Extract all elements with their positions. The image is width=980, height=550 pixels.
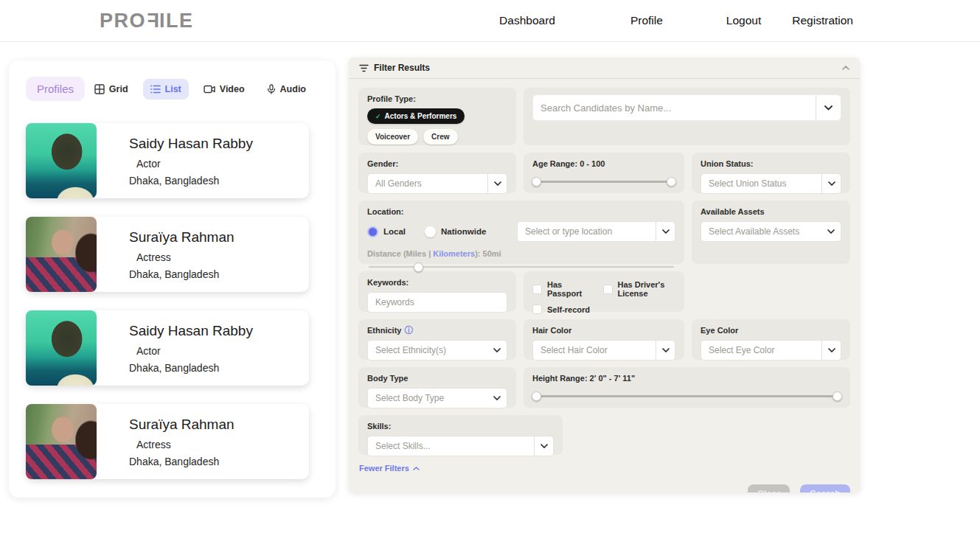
chevron-down-icon [816, 95, 841, 120]
app-logo: PROFILE [100, 10, 194, 32]
profile-location: Dhaka, Bangladesh [129, 268, 234, 280]
profile-name: Saidy Hasan Rabby [129, 323, 253, 339]
grid-icon [94, 84, 105, 94]
check-icon: ✓ [375, 113, 381, 120]
profile-card[interactable]: Suraïya Rahman Actress Dhaka, Bangladesh [26, 404, 309, 479]
chevron-down-icon [487, 341, 507, 360]
has-drivers-license-checkbox-item[interactable]: Has Driver's License [603, 280, 675, 298]
skills-select[interactable]: Select Skills... [367, 436, 554, 456]
self-record-checkbox[interactable] [532, 304, 542, 314]
view-switcher: Grid List Video [87, 79, 313, 100]
ethnicity-select[interactable]: Select Ethnicity(s) [367, 340, 507, 361]
clear-button[interactable]: Clear [748, 484, 790, 492]
has-passport-checkbox[interactable] [532, 285, 542, 294]
distance-handle[interactable] [414, 262, 423, 272]
view-grid-button[interactable]: Grid [87, 79, 136, 100]
union-status-section: Union Status: Select Union Status [692, 153, 850, 193]
profile-name: Suraïya Rahman [129, 417, 234, 433]
view-list-button[interactable]: List [143, 79, 189, 100]
self-record-checkbox-item[interactable]: Self-record [532, 304, 590, 314]
list-icon [150, 85, 161, 94]
documents-section: Has Passport Has Driver's License Self-r… [524, 271, 684, 312]
profile-role: Actor [136, 345, 253, 357]
microphone-icon [267, 84, 276, 94]
search-candidates-select[interactable]: Search Candidates by Name... [532, 94, 841, 121]
eye-color-section: Eye Color Select Eye Color [692, 319, 850, 360]
distance-label: Distance (Miles | Kilometers): 50mi [367, 249, 675, 258]
profile-role: Actor [136, 158, 253, 170]
profile-photo [26, 123, 97, 198]
age-range-slider [532, 177, 675, 187]
profile-card[interactable]: Suraïya Rahman Actress Dhaka, Bangladesh [26, 217, 309, 292]
filter-funnel-icon [359, 64, 369, 72]
profile-location: Dhaka, Bangladesh [129, 362, 253, 374]
radio-local-button[interactable] [367, 226, 378, 237]
view-video-button[interactable]: Video [196, 79, 252, 100]
keywords-section: Keywords: [358, 271, 516, 312]
info-icon[interactable]: ⓘ [404, 326, 413, 335]
profiles-title-badge: Profiles [26, 77, 85, 101]
keywords-input[interactable] [367, 292, 507, 313]
search-button[interactable]: Search [800, 484, 850, 492]
height-range-slider [532, 391, 841, 401]
height-max-handle[interactable] [833, 391, 842, 401]
location-select[interactable]: Select or type location [517, 221, 675, 242]
collapse-chevron-up-icon[interactable] [842, 66, 849, 70]
nav-links: Dashboard Profile Logout Registration [499, 14, 853, 27]
union-status-select[interactable]: Select Union Status [701, 173, 841, 194]
profile-role: Actress [136, 251, 234, 263]
profile-location: Dhaka, Bangladesh [129, 456, 234, 467]
profiles-list: Saidy Hasan Rabby Actor Dhaka, Banglades… [9, 101, 336, 479]
chevron-up-icon [413, 467, 420, 470]
filter-body: Profile Type: ✓ Actors & Performers Voic… [349, 79, 860, 492]
kilometers-link[interactable]: Kilometers [433, 249, 475, 258]
eye-color-select[interactable]: Select Eye Color [701, 340, 841, 361]
profile-role: Actress [136, 439, 234, 450]
hair-color-select[interactable]: Select Hair Color [532, 340, 675, 361]
height-min-handle[interactable] [532, 391, 541, 401]
radio-nationwide-button[interactable] [425, 226, 436, 237]
fewer-filters-link[interactable]: Fewer Filters [359, 464, 420, 473]
profile-name: Saidy Hasan Rabby [129, 136, 253, 152]
profile-card[interactable]: Saidy Hasan Rabby Actor Dhaka, Banglades… [26, 123, 309, 198]
nav-logout[interactable]: Logout [726, 14, 761, 27]
video-camera-icon [204, 85, 215, 94]
nav-registration[interactable]: Registration [792, 14, 853, 27]
view-audio-button[interactable]: Audio [260, 79, 313, 100]
nav-profile[interactable]: Profile [630, 14, 663, 27]
profile-type-section: Profile Type: ✓ Actors & Performers Voic… [358, 88, 516, 145]
chevron-down-icon [821, 222, 841, 241]
ethnicity-section: Ethnicityⓘ Select Ethnicity(s) [358, 319, 516, 360]
chevron-down-icon [534, 436, 553, 456]
profile-photo [26, 404, 97, 479]
search-candidates-placeholder: Search Candidates by Name... [533, 102, 816, 114]
age-range-section: Age Range: 0 - 100 [524, 153, 684, 193]
chevron-down-icon [656, 341, 675, 360]
radio-nationwide[interactable]: Nationwide [425, 226, 486, 237]
nav-dashboard[interactable]: Dashboard [499, 14, 555, 27]
available-assets-section: Available Assets Select Available Assets [692, 201, 850, 264]
profile-location: Dhaka, Bangladesh [129, 175, 253, 187]
chevron-down-icon [487, 389, 507, 408]
has-drivers-license-checkbox[interactable] [603, 285, 613, 294]
gender-select[interactable]: All Genders [367, 173, 507, 194]
search-candidates-section: Search Candidates by Name... [524, 88, 850, 145]
age-max-handle[interactable] [667, 177, 676, 187]
chevron-down-icon [656, 222, 675, 241]
chip-crew[interactable]: Crew [423, 129, 457, 145]
chip-voiceover[interactable]: Voiceover [367, 129, 418, 145]
profile-card[interactable]: Saidy Hasan Rabby Actor Dhaka, Banglades… [26, 310, 309, 386]
age-min-handle[interactable] [532, 177, 541, 187]
radio-local[interactable]: Local [367, 226, 406, 237]
profiles-header: Profiles Grid List [9, 60, 336, 101]
chip-actors-performers[interactable]: ✓ Actors & Performers [367, 108, 465, 124]
hair-color-section: Hair Color Select Hair Color [524, 319, 684, 360]
location-section: Location: Local Nationwide Select or [358, 201, 684, 264]
height-range-section: Height Range: 2' 0" - 7' 11" [524, 367, 850, 408]
body-type-select[interactable]: Select Body Type [367, 388, 507, 408]
chevron-down-icon [487, 174, 507, 193]
filter-header: Filter Results [349, 58, 860, 79]
available-assets-select[interactable]: Select Available Assets [701, 221, 841, 242]
profiles-panel: Profiles Grid List [9, 60, 336, 498]
has-passport-checkbox-item[interactable]: Has Passport [532, 280, 584, 298]
